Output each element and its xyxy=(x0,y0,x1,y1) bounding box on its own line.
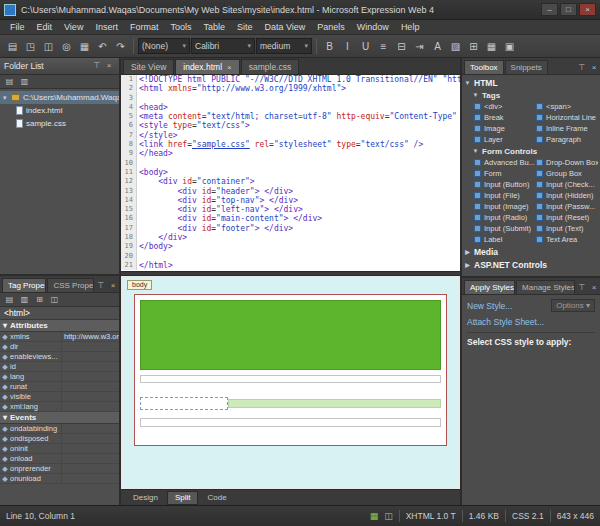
pin-icon[interactable]: ⊤ xyxy=(91,61,103,72)
property-row-ondatabinding[interactable]: ◆ondatabinding xyxy=(0,424,119,434)
menu-panels[interactable]: Panels xyxy=(311,21,351,33)
view-mode-split[interactable]: Split xyxy=(167,491,199,505)
new-folder-icon[interactable]: ▥ xyxy=(18,76,31,88)
toolbox-section-tags[interactable]: ▼Tags xyxy=(464,89,598,101)
styles-tab-manage-styles[interactable]: Manage Styles xyxy=(516,280,575,294)
code-line[interactable]: 2<html xmlns="http://www.w3.org/1999/xht… xyxy=(121,84,460,93)
pin-icon[interactable]: ⊤ xyxy=(576,283,588,294)
toolbox-group-html[interactable]: ▼HTML xyxy=(464,76,598,89)
folder-tree-item-index-html[interactable]: index.html xyxy=(0,104,119,117)
design-container-div[interactable] xyxy=(134,294,447,446)
options-dropdown[interactable]: Options ▾ xyxy=(551,299,595,312)
close-button[interactable]: × xyxy=(579,3,596,16)
toolbox-item-input-text[interactable]: Input (Text) xyxy=(536,223,598,234)
toolbox-item-label[interactable]: Label xyxy=(474,234,536,245)
toolbox-item-div[interactable]: <div> xyxy=(474,101,536,112)
design-tag-breadcrumb[interactable]: body xyxy=(127,280,152,290)
toolbox-item-input-reset[interactable]: Input (Reset) xyxy=(536,212,598,223)
property-row-onprerender[interactable]: ◆onprerender xyxy=(0,464,119,474)
minimize-button[interactable]: – xyxy=(541,3,558,16)
close-panel-icon[interactable]: × xyxy=(103,61,115,72)
print-icon[interactable]: ▦ xyxy=(76,38,93,55)
highlight-icon[interactable]: ▨ xyxy=(447,38,464,55)
code-line[interactable]: 10 xyxy=(121,159,460,168)
code-line[interactable]: 9</head> xyxy=(121,149,460,158)
show-set-properties-icon[interactable]: ⊞ xyxy=(33,294,46,306)
menu-help[interactable]: Help xyxy=(395,21,426,33)
save-icon[interactable]: ◫ xyxy=(40,38,57,55)
menu-tools[interactable]: Tools xyxy=(164,21,197,33)
view-mode-code[interactable]: Code xyxy=(199,491,234,505)
design-left-nav-div[interactable] xyxy=(140,397,228,410)
redo-icon[interactable]: ↷ xyxy=(112,38,129,55)
toolbox-item-span[interactable]: <span> xyxy=(536,101,598,112)
toolbox-item-horizontal-line[interactable]: Horizontal Line xyxy=(536,112,598,123)
menu-view[interactable]: View xyxy=(58,21,89,33)
summary-icon[interactable]: ◫ xyxy=(48,294,61,306)
menu-format[interactable]: Format xyxy=(124,21,165,33)
bullets-icon[interactable]: ⊟ xyxy=(393,38,410,55)
insert-table-icon[interactable]: ▦ xyxy=(483,38,500,55)
attach-style-sheet-link[interactable]: Attach Style Sheet... xyxy=(467,317,544,327)
code-line[interactable]: 3 xyxy=(121,94,460,103)
toolbox-group-asp-net-controls[interactable]: ▶ASP.NET Controls xyxy=(464,258,598,271)
toolbox-item-input-passw[interactable]: Input (Passw... xyxy=(536,201,598,212)
property-row-dir[interactable]: ◆dir xyxy=(0,342,119,352)
css-schema-indicator[interactable]: CSS 2.1 xyxy=(512,511,544,521)
toolbox-item-layer[interactable]: Layer xyxy=(474,134,536,145)
property-row-enableviews[interactable]: ◆enableviews... xyxy=(0,352,119,362)
toolbox-item-text-area[interactable]: Text Area xyxy=(536,234,598,245)
property-row-onunload[interactable]: ◆onunload xyxy=(0,474,119,484)
code-line[interactable]: 18 </div> xyxy=(121,233,460,242)
toolbox-item-input-radio[interactable]: Input (Radio) xyxy=(474,212,536,223)
pin-icon[interactable]: ⊤ xyxy=(576,63,588,74)
expander-icon[interactable]: ▾ xyxy=(3,94,11,102)
pin-icon[interactable]: ⊤ xyxy=(95,281,107,292)
toolbox-item-input-button[interactable]: Input (Button) xyxy=(474,179,536,190)
property-row-xmlns[interactable]: ◆xmlnshttp://www.w3.org... xyxy=(0,332,119,342)
code-line[interactable]: 13 <div id="header"> </div> xyxy=(121,187,460,196)
code-line[interactable]: 17 <div id="footer"> </div> xyxy=(121,224,460,233)
styles-tab-apply-styles[interactable]: Apply Styles xyxy=(464,280,515,294)
italic-icon[interactable]: I xyxy=(339,38,356,55)
toolbox-item-inline-frame[interactable]: Inline Frame xyxy=(536,123,598,134)
property-row-onload[interactable]: ◆onload xyxy=(0,454,119,464)
properties-tab-css-properties[interactable]: CSS Properties xyxy=(47,278,94,292)
property-section-events[interactable]: ▾Events xyxy=(0,412,119,424)
categorized-icon[interactable]: ▤ xyxy=(3,294,16,306)
folder-tree-item-sample-css[interactable]: sample.css xyxy=(0,117,119,130)
view-mode-design[interactable]: Design xyxy=(125,491,166,505)
property-row-ondisposed[interactable]: ◆ondisposed xyxy=(0,434,119,444)
folder-tree-root[interactable]: ▾C:\Users\Muhammad.Waqas\Documents\M xyxy=(0,91,119,104)
document-tab-index-html[interactable]: index.html× xyxy=(175,59,239,74)
property-row-visible[interactable]: ◆visible xyxy=(0,392,119,402)
code-line[interactable]: 15 <div id="left-nav"> </div> xyxy=(121,205,460,214)
code-line[interactable]: 5<meta content="text/html; charset=utf-8… xyxy=(121,112,460,121)
menu-file[interactable]: File xyxy=(4,21,31,33)
property-row-runat[interactable]: ◆runat xyxy=(0,382,119,392)
font-size-dropdown[interactable]: medium▾ xyxy=(256,38,312,54)
undo-icon[interactable]: ↶ xyxy=(94,38,111,55)
toolbox-item-input-image[interactable]: Input (Image) xyxy=(474,201,536,212)
code-line[interactable]: 16 <div id="main-content"> </div> xyxy=(121,214,460,223)
new-page-icon[interactable]: ▤ xyxy=(3,76,16,88)
code-line[interactable]: 21</html> xyxy=(121,261,460,270)
style-application-icon[interactable]: ◫ xyxy=(384,511,393,521)
code-line[interactable]: 4<head> xyxy=(121,103,460,112)
indent-icon[interactable]: ⇥ xyxy=(411,38,428,55)
new-style-link[interactable]: New Style... xyxy=(467,301,512,311)
bold-icon[interactable]: B xyxy=(321,38,338,55)
toolbox-item-break[interactable]: Break xyxy=(474,112,536,123)
design-main-content-div[interactable] xyxy=(228,399,441,408)
doctype-indicator[interactable]: XHTML 1.0 T xyxy=(406,511,456,521)
toolbox-item-paragraph[interactable]: Paragraph xyxy=(536,134,598,145)
design-size-indicator[interactable]: 643 x 446 xyxy=(557,511,594,521)
property-row-lang[interactable]: ◆lang xyxy=(0,372,119,382)
toolbox-item-input-check[interactable]: Input (Check... xyxy=(536,179,598,190)
toolbox-item-form[interactable]: Form xyxy=(474,168,536,179)
preview-in-browser-icon[interactable]: ◎ xyxy=(58,38,75,55)
property-section-attributes[interactable]: ▾Attributes xyxy=(0,320,119,332)
design-top-nav-div[interactable] xyxy=(140,375,441,383)
borders-icon[interactable]: ⊞ xyxy=(465,38,482,55)
close-panel-icon[interactable]: × xyxy=(107,281,119,292)
